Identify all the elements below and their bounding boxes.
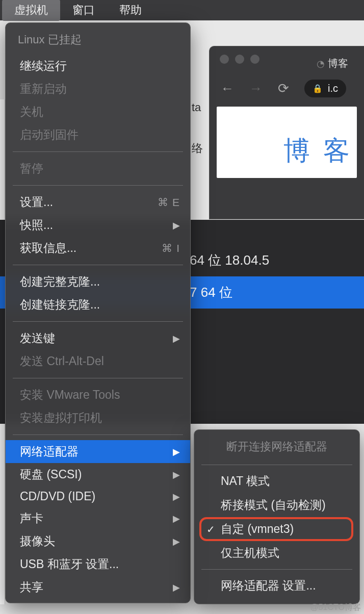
menu-shutdown: 关机: [6, 100, 190, 123]
menu-label: 启动到固件: [20, 127, 79, 143]
menu-label: 创建完整克隆...: [20, 274, 100, 290]
menu-boot-firmware: 启动到固件: [6, 123, 190, 146]
menu-label: 关机: [20, 104, 43, 120]
menu-cd-dvd[interactable]: CD/DVD (IDE) ▶: [6, 486, 190, 507]
menu-sharing[interactable]: 共享 ▶: [6, 576, 190, 599]
menu-snapshot[interactable]: 快照... ▶: [6, 214, 190, 237]
menu-send-cad: 发送 Ctrl-Alt-Del: [6, 350, 190, 373]
menu-pause: 暂停: [6, 157, 190, 180]
vm-menu: Linux 已挂起 继续运行 重新启动 关机 启动到固件 暂停 设置... ⌘ …: [5, 22, 191, 603]
chevron-right-icon: ▶: [173, 446, 180, 457]
menu-send-key[interactable]: 发送键 ▶: [6, 327, 190, 350]
browser-window: ◔ 博客 ← → ⟳ 🔒 i.c 博 客: [209, 46, 364, 219]
menubar-item-vm[interactable]: 虚拟机: [2, 0, 60, 21]
submenu-label: 自定 (vmnet3): [221, 521, 350, 537]
menu-separator: [13, 151, 183, 152]
nav-reload-icon[interactable]: ⟳: [278, 81, 289, 96]
menu-install-tools: 安装 VMware Tools: [6, 383, 190, 406]
network-submenu: 断开连接网络适配器 NAT 模式 桥接模式 (自动检测) ✓ 自定 (vmnet…: [194, 429, 360, 604]
chevron-right-icon: ▶: [173, 513, 180, 524]
menu-settings[interactable]: 设置... ⌘ E: [6, 191, 190, 214]
menu-label: 声卡: [20, 510, 43, 526]
menu-label: 创建链接克隆...: [20, 297, 100, 313]
menu-separator: [13, 265, 183, 265]
menu-label: 设置...: [20, 194, 53, 210]
menubar-item-window[interactable]: 窗口: [60, 0, 107, 21]
browser-navbar: ← → ⟳ 🔒 i.c: [210, 70, 364, 107]
menu-label: 重新启动: [20, 81, 67, 97]
menu-separator: [13, 185, 183, 186]
submenu-custom[interactable]: ✓ 自定 (vmnet3): [194, 517, 359, 541]
chevron-right-icon: ▶: [173, 220, 180, 231]
submenu-header: 断开连接网络适配器: [194, 435, 359, 460]
menu-usb-bt[interactable]: USB 和蓝牙 设置...: [6, 553, 190, 576]
page-logo: 博 客: [283, 133, 353, 169]
address-bar[interactable]: 🔒 i.c: [304, 80, 346, 97]
menu-separator: [13, 434, 183, 435]
traffic-close[interactable]: [220, 55, 229, 64]
menu-label: 获取信息...: [20, 240, 76, 256]
chevron-right-icon: ▶: [173, 536, 180, 547]
nav-back-icon[interactable]: ←: [221, 81, 234, 96]
submenu-bridged[interactable]: 桥接模式 (自动检测): [194, 493, 359, 517]
address-text: i.c: [328, 83, 338, 94]
menu-get-info[interactable]: 获取信息... ⌘ I: [6, 237, 190, 260]
menu-network-adapter[interactable]: 网络适配器 ▶: [6, 440, 190, 463]
chevron-right-icon: ▶: [173, 469, 180, 480]
menu-separator: [13, 321, 183, 322]
menu-label: 发送 Ctrl-Alt-Del: [20, 353, 104, 369]
menu-camera[interactable]: 摄像头 ▶: [6, 530, 190, 553]
menubar: 虚拟机 窗口 帮助: [0, 0, 364, 20]
submenu-label: 桥接模式 (自动检测): [221, 497, 350, 513]
menu-label: USB 和蓝牙 设置...: [20, 556, 119, 572]
menu-restart: 重新启动: [6, 78, 190, 100]
checkmark-icon: ✓: [205, 523, 216, 535]
menu-header: Linux 已挂起: [6, 27, 190, 55]
menu-label: 共享: [20, 579, 43, 595]
watermark: @51CTO博客: [310, 602, 361, 613]
chevron-right-icon: ▶: [173, 491, 180, 502]
menu-label: 暂停: [20, 161, 43, 176]
chevron-right-icon: ▶: [173, 582, 180, 593]
menu-linked-clone[interactable]: 创建链接克隆...: [6, 293, 190, 316]
menu-label: CD/DVD (IDE): [20, 490, 95, 503]
menu-install-printer: 安装虚拟打印机: [6, 406, 190, 429]
menu-separator: [201, 465, 352, 465]
menu-sound[interactable]: 声卡 ▶: [6, 507, 190, 530]
clipped-text: ta: [192, 101, 201, 114]
menu-label: 继续运行: [20, 58, 67, 74]
menu-label: 安装虚拟打印机: [20, 410, 102, 426]
menu-resume[interactable]: 继续运行: [6, 55, 190, 78]
menubar-item-help[interactable]: 帮助: [107, 0, 154, 21]
traffic-max[interactable]: [250, 55, 259, 64]
menu-full-clone[interactable]: 创建完整克隆...: [6, 270, 190, 293]
menu-label: 网络适配器: [20, 444, 79, 459]
browser-tab-title[interactable]: 博客: [328, 57, 348, 70]
tab-favicon: ◔: [317, 58, 325, 69]
menu-separator: [201, 569, 352, 570]
menu-label: 快照...: [20, 217, 53, 233]
browser-content: 博 客: [217, 107, 357, 178]
chevron-right-icon: ▶: [173, 333, 180, 344]
lock-icon: 🔒: [313, 84, 323, 93]
menu-hard-disk[interactable]: 硬盘 (SCSI) ▶: [6, 463, 190, 486]
submenu-hostonly[interactable]: 仅主机模式: [194, 541, 359, 565]
submenu-nat[interactable]: NAT 模式: [194, 469, 359, 493]
nav-forward-icon[interactable]: →: [249, 81, 263, 96]
menu-separator: [13, 378, 183, 378]
clipped-text: 络: [192, 141, 203, 156]
menu-label: 发送键: [20, 330, 55, 346]
submenu-label: 网络适配器 设置...: [221, 578, 350, 594]
submenu-settings[interactable]: 网络适配器 设置...: [194, 574, 359, 598]
menu-shortcut: ⌘ I: [162, 242, 180, 254]
menu-shortcut: ⌘ E: [158, 196, 180, 209]
submenu-label: NAT 模式: [221, 473, 350, 489]
submenu-label: 仅主机模式: [221, 545, 350, 561]
traffic-min[interactable]: [235, 55, 244, 64]
menu-label: 硬盘 (SCSI): [20, 467, 82, 482]
menu-label: 摄像头: [20, 533, 55, 549]
menu-label: 安装 VMware Tools: [20, 387, 120, 403]
browser-tabbar: ◔ 博客: [210, 57, 364, 70]
